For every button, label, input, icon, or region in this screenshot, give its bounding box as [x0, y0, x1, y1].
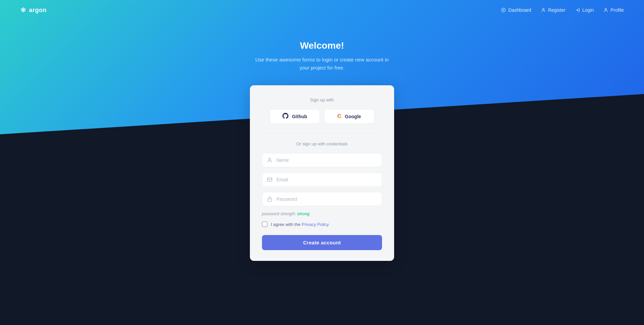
email-icon — [267, 177, 273, 183]
hero-title: Welcome! — [7, 40, 637, 51]
name-icon — [267, 157, 273, 163]
signup-card: Sign up with Github G Google Or sign up … — [250, 85, 394, 261]
hero-subtitle: Use these awesome forms to login or crea… — [7, 56, 637, 72]
nav-profile-label: Profile — [610, 7, 624, 13]
email-field-group — [262, 173, 382, 187]
divider — [262, 133, 382, 133]
nav-links: Dashboard Register — [501, 7, 624, 13]
password-strength-label: password strength: — [262, 212, 296, 216]
password-strength-value: strong — [297, 212, 310, 216]
nav-register-label: Register — [548, 7, 566, 13]
create-account-button[interactable]: Create account — [262, 235, 382, 250]
svg-point-3 — [543, 8, 544, 10]
name-field-group — [262, 153, 382, 167]
navbar: ⚛ argon Dashboard — [0, 0, 644, 20]
brand-react-icon: ⚛ — [20, 6, 26, 14]
or-credentials-label: Or sign up with credentials — [262, 141, 382, 146]
brand-name: argon — [29, 7, 47, 14]
privacy-checkbox[interactable] — [262, 222, 267, 227]
email-input[interactable] — [262, 173, 382, 187]
google-icon: G — [337, 114, 341, 119]
nav-dashboard-label: Dashboard — [508, 7, 531, 13]
password-strength-text: password strength: strong — [262, 212, 382, 216]
svg-point-5 — [605, 8, 607, 10]
privacy-label: I agree with the Privacy Policy — [271, 222, 329, 227]
hero-section: Welcome! Use these awesome forms to logi… — [0, 20, 644, 85]
password-input[interactable] — [262, 192, 382, 206]
nav-login-link[interactable]: Login — [575, 7, 594, 13]
privacy-check-group: I agree with the Privacy Policy — [262, 222, 382, 227]
dashboard-icon — [501, 7, 506, 13]
nav-login-label: Login — [582, 7, 594, 13]
github-icon — [282, 113, 288, 120]
google-button[interactable]: G Google — [324, 109, 374, 124]
privacy-policy-link[interactable]: Privacy Policy — [302, 222, 329, 227]
card-wrapper: Sign up with Github G Google Or sign up … — [0, 85, 644, 281]
register-icon — [541, 7, 546, 13]
github-button-label: Github — [292, 114, 307, 119]
svg-rect-7 — [267, 178, 272, 182]
nav-dashboard-link[interactable]: Dashboard — [501, 7, 531, 13]
profile-icon — [603, 7, 608, 13]
github-button[interactable]: Github — [270, 109, 320, 124]
svg-point-6 — [269, 158, 270, 160]
password-field-group — [262, 192, 382, 206]
social-buttons-group: Github G Google — [262, 109, 382, 124]
brand-logo[interactable]: ⚛ argon — [20, 6, 47, 14]
svg-point-2 — [503, 9, 504, 11]
svg-point-1 — [502, 8, 506, 12]
sign-up-with-label: Sign up with — [262, 97, 382, 102]
name-input[interactable] — [262, 153, 382, 167]
password-icon — [267, 196, 273, 202]
nav-profile-link[interactable]: Profile — [603, 7, 624, 13]
privacy-text: I agree with the — [271, 222, 301, 227]
nav-register-link[interactable]: Register — [541, 7, 566, 13]
login-icon — [575, 7, 580, 13]
google-button-label: Google — [345, 114, 361, 119]
svg-rect-8 — [268, 199, 272, 201]
